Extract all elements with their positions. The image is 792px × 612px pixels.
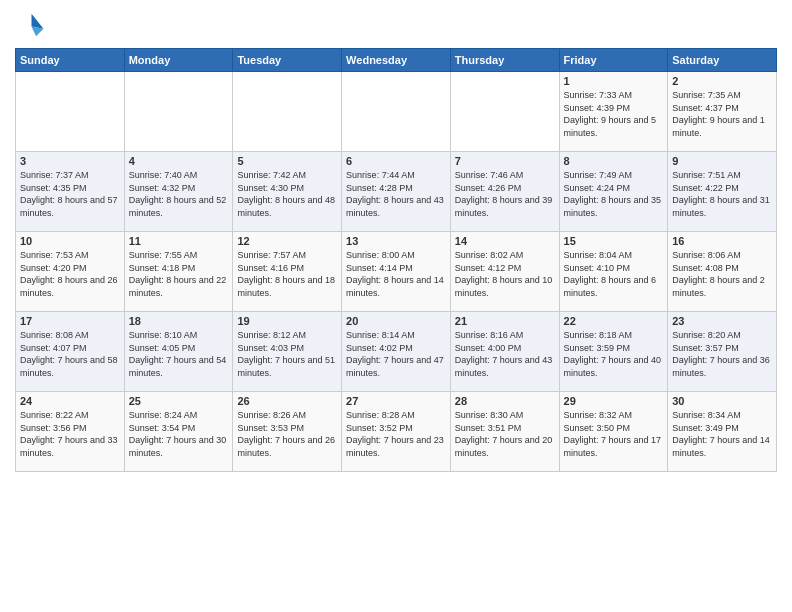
calendar-cell: 9Sunrise: 7:51 AM Sunset: 4:22 PM Daylig… <box>668 152 777 232</box>
day-info: Sunrise: 8:26 AM Sunset: 3:53 PM Dayligh… <box>237 409 337 459</box>
day-info: Sunrise: 8:32 AM Sunset: 3:50 PM Dayligh… <box>564 409 664 459</box>
calendar-cell: 13Sunrise: 8:00 AM Sunset: 4:14 PM Dayli… <box>342 232 451 312</box>
day-info: Sunrise: 8:14 AM Sunset: 4:02 PM Dayligh… <box>346 329 446 379</box>
calendar-cell: 24Sunrise: 8:22 AM Sunset: 3:56 PM Dayli… <box>16 392 125 472</box>
calendar-cell: 20Sunrise: 8:14 AM Sunset: 4:02 PM Dayli… <box>342 312 451 392</box>
logo-icon <box>15 10 45 40</box>
weekday-header-saturday: Saturday <box>668 49 777 72</box>
day-number: 1 <box>564 75 664 87</box>
day-info: Sunrise: 8:22 AM Sunset: 3:56 PM Dayligh… <box>20 409 120 459</box>
day-info: Sunrise: 8:10 AM Sunset: 4:05 PM Dayligh… <box>129 329 229 379</box>
day-number: 10 <box>20 235 120 247</box>
day-number: 29 <box>564 395 664 407</box>
calendar-cell: 17Sunrise: 8:08 AM Sunset: 4:07 PM Dayli… <box>16 312 125 392</box>
day-number: 20 <box>346 315 446 327</box>
day-number: 2 <box>672 75 772 87</box>
week-row-1: 1Sunrise: 7:33 AM Sunset: 4:39 PM Daylig… <box>16 72 777 152</box>
day-info: Sunrise: 7:53 AM Sunset: 4:20 PM Dayligh… <box>20 249 120 299</box>
day-info: Sunrise: 8:30 AM Sunset: 3:51 PM Dayligh… <box>455 409 555 459</box>
weekday-header-sunday: Sunday <box>16 49 125 72</box>
calendar-cell: 16Sunrise: 8:06 AM Sunset: 4:08 PM Dayli… <box>668 232 777 312</box>
weekday-header-monday: Monday <box>124 49 233 72</box>
calendar-cell: 5Sunrise: 7:42 AM Sunset: 4:30 PM Daylig… <box>233 152 342 232</box>
day-number: 23 <box>672 315 772 327</box>
calendar-cell: 6Sunrise: 7:44 AM Sunset: 4:28 PM Daylig… <box>342 152 451 232</box>
calendar-table: SundayMondayTuesdayWednesdayThursdayFrid… <box>15 48 777 472</box>
day-number: 14 <box>455 235 555 247</box>
day-number: 18 <box>129 315 229 327</box>
day-number: 16 <box>672 235 772 247</box>
calendar-cell <box>342 72 451 152</box>
day-number: 17 <box>20 315 120 327</box>
calendar-cell: 22Sunrise: 8:18 AM Sunset: 3:59 PM Dayli… <box>559 312 668 392</box>
day-info: Sunrise: 7:40 AM Sunset: 4:32 PM Dayligh… <box>129 169 229 219</box>
calendar-cell: 26Sunrise: 8:26 AM Sunset: 3:53 PM Dayli… <box>233 392 342 472</box>
day-number: 13 <box>346 235 446 247</box>
calendar-cell: 28Sunrise: 8:30 AM Sunset: 3:51 PM Dayli… <box>450 392 559 472</box>
day-number: 12 <box>237 235 337 247</box>
day-info: Sunrise: 7:51 AM Sunset: 4:22 PM Dayligh… <box>672 169 772 219</box>
day-number: 30 <box>672 395 772 407</box>
day-info: Sunrise: 8:34 AM Sunset: 3:49 PM Dayligh… <box>672 409 772 459</box>
calendar-cell <box>16 72 125 152</box>
weekday-header-wednesday: Wednesday <box>342 49 451 72</box>
week-row-2: 3Sunrise: 7:37 AM Sunset: 4:35 PM Daylig… <box>16 152 777 232</box>
day-info: Sunrise: 8:02 AM Sunset: 4:12 PM Dayligh… <box>455 249 555 299</box>
day-info: Sunrise: 8:12 AM Sunset: 4:03 PM Dayligh… <box>237 329 337 379</box>
day-number: 28 <box>455 395 555 407</box>
day-info: Sunrise: 7:55 AM Sunset: 4:18 PM Dayligh… <box>129 249 229 299</box>
calendar-cell: 15Sunrise: 8:04 AM Sunset: 4:10 PM Dayli… <box>559 232 668 312</box>
calendar-cell: 3Sunrise: 7:37 AM Sunset: 4:35 PM Daylig… <box>16 152 125 232</box>
day-number: 25 <box>129 395 229 407</box>
day-info: Sunrise: 7:46 AM Sunset: 4:26 PM Dayligh… <box>455 169 555 219</box>
day-info: Sunrise: 7:57 AM Sunset: 4:16 PM Dayligh… <box>237 249 337 299</box>
day-number: 21 <box>455 315 555 327</box>
calendar-cell: 10Sunrise: 7:53 AM Sunset: 4:20 PM Dayli… <box>16 232 125 312</box>
weekday-header-row: SundayMondayTuesdayWednesdayThursdayFrid… <box>16 49 777 72</box>
day-info: Sunrise: 7:49 AM Sunset: 4:24 PM Dayligh… <box>564 169 664 219</box>
day-info: Sunrise: 7:33 AM Sunset: 4:39 PM Dayligh… <box>564 89 664 139</box>
calendar-cell: 14Sunrise: 8:02 AM Sunset: 4:12 PM Dayli… <box>450 232 559 312</box>
day-number: 24 <box>20 395 120 407</box>
calendar-cell: 21Sunrise: 8:16 AM Sunset: 4:00 PM Dayli… <box>450 312 559 392</box>
day-info: Sunrise: 7:35 AM Sunset: 4:37 PM Dayligh… <box>672 89 772 139</box>
calendar-cell: 8Sunrise: 7:49 AM Sunset: 4:24 PM Daylig… <box>559 152 668 232</box>
day-number: 5 <box>237 155 337 167</box>
calendar-cell: 1Sunrise: 7:33 AM Sunset: 4:39 PM Daylig… <box>559 72 668 152</box>
day-number: 26 <box>237 395 337 407</box>
day-info: Sunrise: 7:42 AM Sunset: 4:30 PM Dayligh… <box>237 169 337 219</box>
day-number: 11 <box>129 235 229 247</box>
calendar-cell: 30Sunrise: 8:34 AM Sunset: 3:49 PM Dayli… <box>668 392 777 472</box>
day-number: 6 <box>346 155 446 167</box>
calendar-cell <box>233 72 342 152</box>
day-info: Sunrise: 8:16 AM Sunset: 4:00 PM Dayligh… <box>455 329 555 379</box>
day-info: Sunrise: 7:37 AM Sunset: 4:35 PM Dayligh… <box>20 169 120 219</box>
calendar-cell: 4Sunrise: 7:40 AM Sunset: 4:32 PM Daylig… <box>124 152 233 232</box>
week-row-4: 17Sunrise: 8:08 AM Sunset: 4:07 PM Dayli… <box>16 312 777 392</box>
calendar-cell: 12Sunrise: 7:57 AM Sunset: 4:16 PM Dayli… <box>233 232 342 312</box>
logo <box>15 10 49 40</box>
calendar-cell: 7Sunrise: 7:46 AM Sunset: 4:26 PM Daylig… <box>450 152 559 232</box>
weekday-header-tuesday: Tuesday <box>233 49 342 72</box>
day-number: 7 <box>455 155 555 167</box>
calendar-cell: 2Sunrise: 7:35 AM Sunset: 4:37 PM Daylig… <box>668 72 777 152</box>
day-info: Sunrise: 8:20 AM Sunset: 3:57 PM Dayligh… <box>672 329 772 379</box>
day-number: 27 <box>346 395 446 407</box>
day-info: Sunrise: 8:18 AM Sunset: 3:59 PM Dayligh… <box>564 329 664 379</box>
calendar-cell: 23Sunrise: 8:20 AM Sunset: 3:57 PM Dayli… <box>668 312 777 392</box>
calendar-cell: 27Sunrise: 8:28 AM Sunset: 3:52 PM Dayli… <box>342 392 451 472</box>
calendar-cell: 18Sunrise: 8:10 AM Sunset: 4:05 PM Dayli… <box>124 312 233 392</box>
calendar-cell: 25Sunrise: 8:24 AM Sunset: 3:54 PM Dayli… <box>124 392 233 472</box>
day-info: Sunrise: 8:08 AM Sunset: 4:07 PM Dayligh… <box>20 329 120 379</box>
day-number: 19 <box>237 315 337 327</box>
day-info: Sunrise: 7:44 AM Sunset: 4:28 PM Dayligh… <box>346 169 446 219</box>
day-number: 4 <box>129 155 229 167</box>
day-info: Sunrise: 8:00 AM Sunset: 4:14 PM Dayligh… <box>346 249 446 299</box>
calendar-cell: 11Sunrise: 7:55 AM Sunset: 4:18 PM Dayli… <box>124 232 233 312</box>
calendar-cell: 29Sunrise: 8:32 AM Sunset: 3:50 PM Dayli… <box>559 392 668 472</box>
page: SundayMondayTuesdayWednesdayThursdayFrid… <box>0 0 792 612</box>
day-number: 22 <box>564 315 664 327</box>
day-info: Sunrise: 8:24 AM Sunset: 3:54 PM Dayligh… <box>129 409 229 459</box>
day-number: 3 <box>20 155 120 167</box>
header <box>15 10 777 40</box>
